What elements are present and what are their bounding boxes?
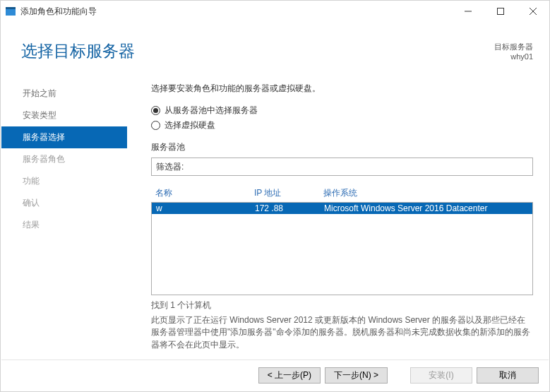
filter-box: 筛选器: xyxy=(151,158,533,176)
install-button: 安装(I) xyxy=(410,367,472,384)
previous-button[interactable]: < 上一步(P) xyxy=(258,367,321,384)
content-pane: 选择要安装角色和功能的服务器或虚拟硬盘。 从服务器池中选择服务器 选择虚拟硬盘 … xyxy=(127,74,549,360)
server-grid[interactable]: w 172 .88 Microsoft Windows Server 2016 … xyxy=(151,202,533,295)
step-confirmation: 确认 xyxy=(1,192,127,214)
step-nav: 开始之前 安装类型 服务器选择 服务器角色 功能 确认 结果 xyxy=(1,74,127,360)
page-title: 选择目标服务器 xyxy=(21,40,529,62)
step-features: 功能 xyxy=(1,170,127,192)
found-count: 找到 1 个计算机 xyxy=(151,299,533,311)
window-title: 添加角色和功能向导 xyxy=(20,6,97,18)
radio-select-from-pool[interactable]: 从服务器池中选择服务器 xyxy=(151,105,533,117)
column-name-header[interactable]: 名称 xyxy=(155,187,254,199)
svg-rect-1 xyxy=(6,7,16,9)
server-pool-label: 服务器池 xyxy=(151,141,533,153)
minimize-button[interactable] xyxy=(452,1,484,22)
radio-vhd-label: 选择虚拟硬盘 xyxy=(165,119,215,131)
svg-rect-3 xyxy=(498,8,504,15)
titlebar: 添加角色和功能向导 xyxy=(1,1,549,22)
radio-pool-label: 从服务器池中选择服务器 xyxy=(165,105,258,117)
app-icon xyxy=(5,6,16,17)
step-server-selection[interactable]: 服务器选择 xyxy=(1,126,127,148)
content-area: 选择目标服务器 目标服务器 why01 开始之前 安装类型 服务器选择 服务器角… xyxy=(1,22,549,391)
cancel-button[interactable]: 取消 xyxy=(477,367,539,384)
wizard-footer: < 上一步(P) 下一步(N) > 安装(I) 取消 xyxy=(1,360,549,391)
page-description: 此页显示了正在运行 Windows Server 2012 或更新版本的 Win… xyxy=(151,314,533,351)
destination-name: why01 xyxy=(494,52,533,61)
window-buttons xyxy=(452,1,549,22)
destination-box: 目标服务器 why01 xyxy=(494,42,533,61)
grid-header: 名称 IP 地址 操作系统 xyxy=(151,187,533,202)
next-button[interactable]: 下一步(N) > xyxy=(325,367,388,384)
destination-label: 目标服务器 xyxy=(494,42,533,52)
radio-icon xyxy=(151,121,160,130)
cell-name: w xyxy=(156,203,255,213)
step-results: 结果 xyxy=(1,214,127,236)
page-header: 选择目标服务器 目标服务器 why01 xyxy=(1,22,549,74)
radio-icon xyxy=(151,106,160,115)
filter-input[interactable] xyxy=(188,159,532,174)
cell-ip: 172 .88 xyxy=(255,203,324,213)
main-area: 开始之前 安装类型 服务器选择 服务器角色 功能 确认 结果 选择要安装角色和功… xyxy=(1,74,549,360)
maximize-button[interactable] xyxy=(484,1,517,22)
instruction-text: 选择要安装角色和功能的服务器或虚拟硬盘。 xyxy=(151,83,533,95)
column-os-header[interactable]: 操作系统 xyxy=(323,187,529,199)
close-button[interactable] xyxy=(517,1,549,22)
column-ip-header[interactable]: IP 地址 xyxy=(254,187,323,199)
server-row[interactable]: w 172 .88 Microsoft Windows Server 2016 … xyxy=(152,203,532,214)
filter-label: 筛选器: xyxy=(152,161,188,173)
step-before-you-begin[interactable]: 开始之前 xyxy=(1,83,127,105)
cell-os: Microsoft Windows Server 2016 Datacenter xyxy=(324,203,528,213)
step-server-roles: 服务器角色 xyxy=(1,148,127,170)
radio-select-vhd[interactable]: 选择虚拟硬盘 xyxy=(151,119,533,131)
step-installation-type[interactable]: 安装类型 xyxy=(1,105,127,126)
